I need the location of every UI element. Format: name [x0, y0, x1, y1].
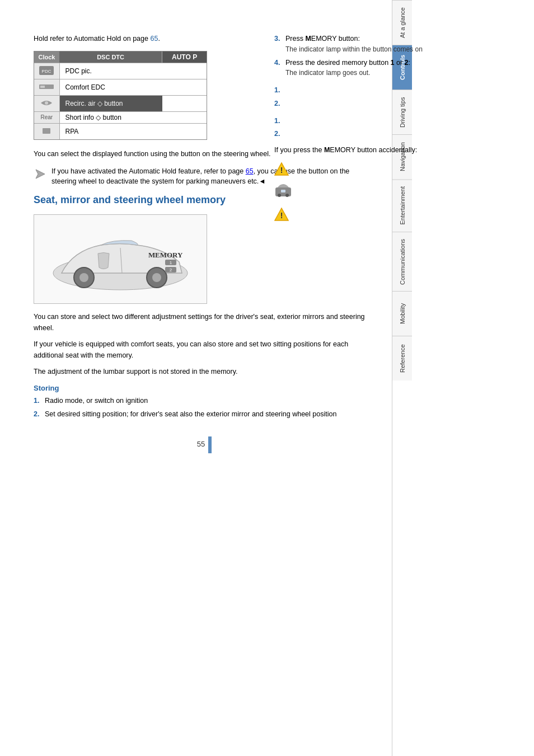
conv-steps: 1. 2.	[274, 85, 465, 109]
menu-label-3: Recirc. air ◇ button	[59, 95, 162, 111]
menu-label-4: Short info ◇ button	[59, 111, 162, 123]
car-image: M EMORY 1 2	[34, 214, 207, 304]
warning-box-2: !	[274, 206, 465, 222]
svg-point-11	[152, 273, 161, 282]
menu-label-1: PDC pic.	[59, 63, 162, 79]
step-text-4: Press the desired memory button 1 or 2:T…	[285, 58, 410, 79]
step-text-2: Set desired sitting position; for driver…	[45, 409, 336, 420]
vehicle-note-box	[274, 182, 465, 200]
svg-point-22	[278, 194, 281, 197]
svg-point-4	[45, 101, 48, 105]
page-number: 55	[34, 436, 375, 453]
seat-body-2: If your vehicle is equipped with comfort…	[34, 339, 375, 361]
car-svg: M EMORY 1 2	[39, 217, 202, 301]
step-num-4: 4.	[274, 58, 282, 79]
info-note-link[interactable]: 65	[246, 167, 254, 175]
svg-text:EMORY: EMORY	[155, 251, 183, 259]
menu-icon-4: Rear	[34, 111, 59, 123]
svg-rect-5	[43, 128, 50, 134]
memory-bold: M	[305, 35, 311, 43]
right-steps: 3. Press MEMORY button:The indicator lam…	[274, 34, 465, 78]
hold-note-text: Hold refer to Automatic Hold on page	[34, 35, 150, 43]
svg-text:1: 1	[170, 260, 172, 265]
svg-marker-6	[36, 170, 45, 179]
safety-step-2: 2.	[274, 129, 465, 139]
warning-icon-1: !	[274, 162, 289, 176]
storing-title: Storing	[34, 384, 375, 392]
page-num-text: 55	[197, 440, 205, 448]
conv-step-2: 2.	[274, 98, 465, 109]
svg-text:M: M	[148, 251, 155, 259]
hold-note-link[interactable]: 65	[150, 35, 158, 43]
svg-text:!: !	[280, 211, 283, 220]
menu-icon-2	[34, 79, 59, 95]
vehicle-icon	[274, 182, 292, 200]
tab-communications[interactable]: Communications	[392, 232, 412, 292]
svg-point-9	[79, 273, 88, 282]
step-num-2: 2.	[34, 409, 41, 420]
menu-header-auto: AUTO P	[162, 51, 207, 63]
warning-icon-2: !	[274, 207, 289, 222]
menu-icon-3	[34, 95, 59, 111]
menu-header-center: DSC DTC	[59, 51, 162, 63]
hold-note-suffix: .	[158, 35, 160, 43]
step-num-3: 3.	[274, 34, 282, 55]
right-step-3: 3. Press MEMORY button:The indicator lam…	[274, 34, 465, 55]
svg-rect-24	[281, 190, 285, 192]
warning-box-1: !	[274, 161, 465, 176]
arrow-icon	[34, 167, 47, 181]
storing-step-1: 1. Radio mode, or switch on ignition	[34, 396, 375, 406]
svg-rect-3	[40, 86, 45, 88]
svg-text:!: !	[280, 166, 283, 175]
step-num-1: 1.	[34, 396, 41, 406]
svg-text:2: 2	[170, 267, 172, 273]
storing-step-2: 2. Set desired sitting position; for dri…	[34, 409, 375, 420]
tab-reference[interactable]: Reference	[392, 336, 412, 381]
page-accent	[208, 436, 212, 453]
tab-mobility[interactable]: Mobility	[392, 291, 412, 336]
step-text-3: Press MEMORY button:The indicator lamp w…	[285, 34, 423, 55]
memory-note1: If you press the MEMORY button accidenta…	[274, 145, 465, 156]
safety-steps: 1. 2.	[274, 116, 465, 140]
menu-header-left: Clock	[34, 51, 59, 63]
menu-icon-1: PDC	[34, 63, 59, 79]
right-content: 3. Press MEMORY button:The indicator lam…	[274, 34, 493, 227]
conv-step-1: 1.	[274, 85, 465, 96]
seat-body-3: The adjustment of the lumbar support is …	[34, 367, 375, 377]
menu-label-5: RPA	[59, 123, 162, 139]
svg-text:PDC: PDC	[42, 69, 51, 74]
safety-step-1: 1.	[274, 116, 465, 126]
menu-icon-5	[34, 123, 59, 139]
menu-label-2: Comfort EDC	[59, 79, 162, 95]
menu-display: Clock DSC DTC AUTO P PDC PDC pic. Comfor…	[34, 51, 207, 140]
svg-point-23	[285, 194, 289, 197]
seat-body-1: You can store and select two different a…	[34, 312, 375, 334]
right-step-4: 4. Press the desired memory button 1 or …	[274, 58, 465, 79]
storing-steps: 1. Radio mode, or switch on ignition 2. …	[34, 396, 375, 420]
step-text-1: Radio mode, or switch on ignition	[45, 396, 148, 406]
